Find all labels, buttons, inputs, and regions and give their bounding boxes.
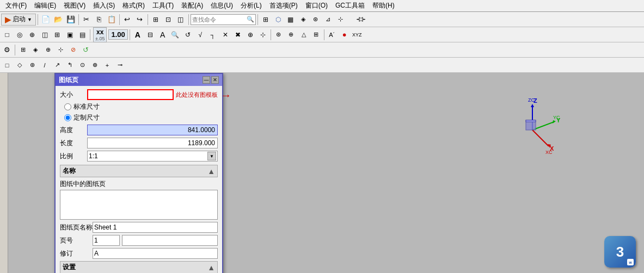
drawings-label: 图纸中的图纸页 <box>60 179 218 189</box>
redo-button[interactable] <box>134 14 146 26</box>
tb2-btn-19[interactable]: ⊞ <box>310 29 322 41</box>
menu-preferences[interactable]: 首选项(P) <box>266 0 301 11</box>
tb-btn-10[interactable]: ◈ <box>297 14 309 26</box>
tb2-btn-11[interactable]: ┐ <box>207 29 219 41</box>
menu-window[interactable]: 窗口(O) <box>302 0 331 11</box>
tb2-btn-15[interactable]: ⊹ <box>257 29 269 41</box>
tb2-btn-6[interactable]: ▣ <box>64 29 76 41</box>
xyz-btn[interactable]: XYZ <box>351 29 363 41</box>
menu-help[interactable]: 帮助(H) <box>369 0 398 11</box>
tb4-btn-6[interactable]: ↰ <box>64 59 76 71</box>
menu-insert[interactable]: 插入(S) <box>90 0 118 11</box>
tb-btn-9[interactable]: ▦ <box>285 14 297 26</box>
tb3-btn-2[interactable]: ◈ <box>29 44 41 56</box>
undo-button[interactable] <box>121 14 133 26</box>
tb-btn-11[interactable]: ⊛ <box>310 14 322 26</box>
sheet-name-input[interactable] <box>93 222 218 233</box>
tb2-btn-8[interactable]: ⊟ <box>144 29 156 41</box>
custom-size-option[interactable]: 定制尺寸 <box>64 113 218 122</box>
grid-btn[interactable]: ⊞ <box>260 14 272 26</box>
menu-file[interactable]: 文件(F) <box>2 0 30 11</box>
tb2-btn-16[interactable]: ⊛ <box>273 29 285 41</box>
canvas-area[interactable]: 图纸页 — ✕ 大小 此处没有图模板 <box>8 73 644 273</box>
tb-btn-12[interactable]: ⊿ <box>322 14 334 26</box>
tb4-btn-4[interactable]: / <box>39 59 51 71</box>
scale-dropdown-arrow[interactable]: ▼ <box>207 152 216 160</box>
tb3-btn-6[interactable]: ↺ <box>79 44 91 56</box>
page-num-extra-input[interactable] <box>122 235 218 246</box>
menu-format[interactable]: 格式(R) <box>119 0 148 11</box>
menu-analysis[interactable]: 分析(L) <box>237 0 265 11</box>
size-input[interactable] <box>88 91 173 98</box>
copy-button[interactable] <box>93 14 105 26</box>
tb2-btn-3[interactable]: ⊕ <box>26 29 38 41</box>
menu-edit[interactable]: 编辑(E) <box>31 0 59 11</box>
scale-select[interactable]: 1:1 ▼ <box>87 151 218 162</box>
menu-info[interactable]: 信息(U) <box>207 0 236 11</box>
cut-button[interactable] <box>81 14 93 26</box>
menu-tools[interactable]: 工具(T) <box>149 0 177 11</box>
height-input[interactable] <box>87 125 218 135</box>
tb2-btn-5[interactable]: ⊞ <box>51 29 63 41</box>
startup-button[interactable]: ▶ 启动 ▼ <box>1 14 36 26</box>
tb4-btn-8[interactable]: ⊕ <box>89 59 101 71</box>
zoom-btn[interactable]: 🔍 <box>169 29 181 41</box>
text-a-btn[interactable]: A <box>132 29 144 41</box>
revision-input[interactable] <box>93 248 218 259</box>
tb3-btn-5[interactable]: ⊘ <box>67 44 79 56</box>
save-button[interactable] <box>65 14 77 26</box>
tb-btn-5[interactable]: ⊞ <box>150 14 162 26</box>
tb4-btn-7[interactable]: ⊙ <box>76 59 88 71</box>
tb-btn-8[interactable]: ⬡ <box>272 14 284 26</box>
dialog-close-btn[interactable]: ✕ <box>211 76 219 84</box>
tb2-btn-14[interactable]: ⊕ <box>244 29 256 41</box>
tb4-btn-9[interactable]: + <box>101 59 113 71</box>
tb2-icon-8: ⊟ <box>148 31 153 39</box>
length-input[interactable] <box>87 138 218 148</box>
tb2-btn-1[interactable]: □ <box>1 29 13 41</box>
page-num-input[interactable] <box>93 235 120 246</box>
tb4-btn-5[interactable]: ↗ <box>51 59 63 71</box>
tb2-btn-20[interactable]: A´ <box>326 29 338 41</box>
tb2-btn-2[interactable]: ◎ <box>14 29 26 41</box>
dialog-minimize-btn[interactable]: — <box>203 76 210 84</box>
tb3-btn-4[interactable]: ⊹ <box>54 44 66 56</box>
tb2-btn-9[interactable]: ↺ <box>182 29 194 41</box>
search-input[interactable] <box>192 16 247 23</box>
menu-gc-tools[interactable]: GC工具箱 <box>332 0 368 11</box>
tb3-btn-3[interactable]: ⊕ <box>42 44 54 56</box>
standard-size-radio[interactable] <box>64 103 71 110</box>
tb-icon-12: ⊿ <box>326 16 330 23</box>
settings-section-collapse-btn[interactable]: ▲ <box>207 263 215 272</box>
tb2-btn-13[interactable]: ✖ <box>232 29 244 41</box>
tb-btn-13[interactable]: ⊹ <box>335 14 347 26</box>
name-section-collapse-btn[interactable]: ▲ <box>207 167 215 176</box>
tb2-btn-18[interactable]: △ <box>298 29 310 41</box>
tb2-btn-17[interactable]: ⊕ <box>285 29 297 41</box>
text-a2-btn[interactable]: A <box>157 29 169 41</box>
tb2-btn-12[interactable]: ✕ <box>219 29 231 41</box>
paste-button[interactable] <box>106 14 118 26</box>
new-button[interactable] <box>40 14 52 26</box>
tb-btn-7[interactable]: ◫ <box>175 14 187 26</box>
menu-assembly[interactable]: 装配(A) <box>178 0 206 11</box>
circle-btn[interactable]: ● <box>339 29 351 41</box>
search-box[interactable]: 🔍 <box>191 14 256 25</box>
tb4-btn-3[interactable]: ⊛ <box>26 59 38 71</box>
tb3-btn-1[interactable]: ⊞ <box>17 44 29 56</box>
open-button[interactable] <box>52 14 64 26</box>
settings-btn[interactable] <box>1 44 13 56</box>
drawings-listbox[interactable] <box>60 190 218 220</box>
tb4-btn-10[interactable]: ⊸ <box>114 59 126 71</box>
standard-size-option[interactable]: 标准尺寸 <box>64 102 218 111</box>
tb2-btn-7[interactable]: ▤ <box>76 29 88 41</box>
custom-size-radio[interactable] <box>64 114 71 121</box>
size-input-box[interactable] <box>87 89 174 100</box>
tb-btn-6[interactable]: ⊡ <box>162 14 174 26</box>
tb2-btn-4[interactable]: ◫ <box>39 29 51 41</box>
tb4-btn-1[interactable]: □ <box>1 59 13 71</box>
menu-view[interactable]: 视图(V) <box>60 0 89 11</box>
tb2-btn-10[interactable]: √ <box>194 29 206 41</box>
tb4-btn-2[interactable]: ◇ <box>14 59 26 71</box>
tb-btn-14[interactable]: ⊰⊱ <box>347 14 375 26</box>
